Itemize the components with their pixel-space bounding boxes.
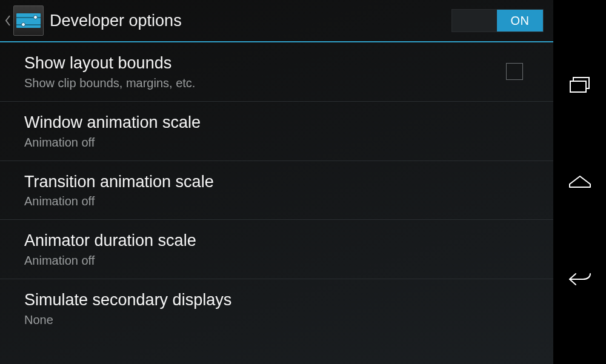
setting-title: Simulate secondary displays (24, 290, 529, 311)
developer-options-toggle[interactable]: ON (451, 9, 544, 32)
action-bar: Developer options ON (0, 0, 553, 42)
svg-marker-1 (570, 176, 590, 187)
recent-apps-icon[interactable] (565, 70, 594, 99)
setting-show-layout-bounds[interactable]: Show layout bounds Show clip bounds, mar… (0, 42, 553, 102)
home-icon[interactable] (565, 167, 594, 196)
back-icon[interactable] (565, 265, 594, 294)
up-caret-icon[interactable] (4, 13, 12, 28)
setting-animator-duration-scale[interactable]: Animator duration scale Animation off (0, 220, 553, 279)
setting-title: Show layout bounds (24, 53, 506, 74)
svg-rect-0 (570, 81, 586, 92)
setting-subtitle: Animation off (24, 254, 529, 268)
setting-title: Transition animation scale (24, 172, 529, 193)
setting-subtitle: Animation off (24, 194, 529, 208)
settings-app-icon[interactable] (13, 5, 44, 36)
setting-simulate-secondary-displays[interactable]: Simulate secondary displays None (0, 279, 553, 338)
setting-title: Window animation scale (24, 113, 529, 133)
setting-transition-animation-scale[interactable]: Transition animation scale Animation off (0, 161, 553, 220)
system-nav-bar (553, 0, 606, 364)
toggle-on-label: ON (497, 10, 543, 31)
checkbox-show-layout-bounds[interactable] (506, 63, 523, 80)
setting-window-animation-scale[interactable]: Window animation scale Animation off (0, 102, 553, 161)
setting-subtitle: None (24, 313, 529, 327)
page-title: Developer options (50, 12, 451, 30)
setting-title: Animator duration scale (24, 231, 529, 251)
setting-subtitle: Animation off (24, 136, 529, 150)
settings-list: Show layout bounds Show clip bounds, mar… (0, 42, 553, 364)
setting-subtitle: Show clip bounds, margins, etc. (24, 76, 506, 90)
